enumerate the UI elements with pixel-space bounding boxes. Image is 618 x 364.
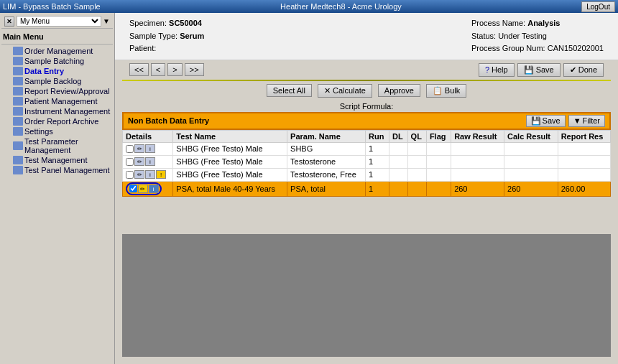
- save-top-button[interactable]: 💾 Save: [517, 63, 561, 77]
- process-group-line: Process Group Num: CAN150202001: [471, 42, 604, 55]
- col-header-param--name: Param. Name: [287, 130, 366, 142]
- nav-first-button[interactable]: <<: [129, 63, 149, 76]
- title-bar: LIM - Bypass Batch Sample Heather Medtec…: [0, 0, 618, 13]
- calcResult-cell: [504, 142, 558, 155]
- sample-type-line: Sample Type: Serum: [129, 30, 204, 43]
- table-filter-icon: ▼: [573, 116, 581, 125]
- sidebar-item-data-entry[interactable]: Data Entry: [1, 66, 113, 76]
- help-button[interactable]: ? Help: [479, 63, 515, 77]
- nav-prev-button[interactable]: <: [151, 63, 165, 76]
- dl-cell: [389, 155, 407, 168]
- detail-icons: ✏ i: [126, 144, 170, 153]
- calcResult-cell: [504, 155, 558, 168]
- dl-cell: [389, 168, 407, 181]
- sidebar-expand-icon[interactable]: ▼: [103, 17, 110, 25]
- table-save-button[interactable]: 💾 Save: [526, 115, 566, 127]
- rawResult-cell: [451, 155, 504, 168]
- done-button[interactable]: ✔ Done: [563, 63, 604, 77]
- dl-cell: [389, 181, 407, 196]
- test-name-cell: SHBG (Free Testo) Male: [173, 168, 287, 181]
- done-icon: ✔: [570, 65, 576, 75]
- rawResult-cell: [451, 142, 504, 155]
- param-name-cell: Testosterone, Free: [287, 168, 366, 181]
- flag-cell: [426, 155, 451, 168]
- detail-icon-info[interactable]: i: [145, 170, 155, 179]
- table-row: ✏ i PSA, total Male 40-49 YearsPSA, tota…: [123, 181, 611, 196]
- sidebar-item-test-parameter-mgmt[interactable]: Test Parameter Management: [1, 136, 113, 155]
- save-icon: 💾: [524, 65, 534, 75]
- detail-icon-flag[interactable]: !: [156, 170, 166, 179]
- patient-line: Patient:: [129, 42, 204, 55]
- status-value: Under Testing: [498, 32, 547, 40]
- run-cell: 1: [366, 155, 389, 168]
- detail-icon-edit[interactable]: ✏: [138, 185, 148, 193]
- sidebar-item-report-review[interactable]: Report Review/Approval: [1, 86, 113, 96]
- top-action-buttons: ? Help 💾 Save ✔ Done: [479, 63, 604, 77]
- nav-icon: [13, 47, 23, 55]
- nav-icon: [13, 156, 23, 164]
- detail-icon-edit[interactable]: ✏: [134, 144, 144, 153]
- ql-cell: [407, 168, 426, 181]
- process-group-label: Process Group Num:: [471, 44, 545, 52]
- nav-icon: [13, 97, 23, 106]
- spec-right: Process Name: Analysis Status: Under Tes…: [471, 17, 604, 55]
- calcResult-cell: [504, 168, 558, 181]
- detail-icon-info[interactable]: i: [145, 157, 155, 166]
- sidebar-item-test-panel-management[interactable]: Test Panel Management: [1, 165, 113, 175]
- table-row: ✏ i ! SHBG (Free Testo) MaleTestosterone…: [123, 168, 611, 181]
- approve-button[interactable]: Approve: [378, 84, 420, 97]
- row-checkbox[interactable]: [126, 171, 134, 179]
- col-header-report-res: Report Res: [558, 130, 610, 142]
- sidebar-item-settings[interactable]: Settings: [1, 126, 113, 136]
- reportResult-cell: [558, 142, 610, 155]
- status-line: Status: Under Testing: [471, 30, 604, 43]
- detail-icon-edit[interactable]: ✏: [134, 157, 144, 166]
- sidebar-menu-header: ✕ My Menu ▼: [1, 14, 113, 29]
- nav-last-button[interactable]: >>: [185, 63, 204, 76]
- sample-type-value: Serum: [180, 32, 204, 40]
- action-buttons-row: Select All ✕ Calculate Approve 📋 Bulk: [115, 81, 618, 101]
- sidebar-item-order-management[interactable]: Order Management: [1, 46, 113, 56]
- flag-cell: [426, 168, 451, 181]
- run-cell: 1: [366, 142, 389, 155]
- my-menu-select[interactable]: My Menu: [17, 16, 101, 27]
- detail-icons: ✏ i !: [126, 170, 170, 179]
- gray-area: [122, 234, 611, 357]
- table-filter-button[interactable]: ▼ Filter: [568, 115, 605, 127]
- table-header-row: DetailsTest NameParam. NameRunDLQLFlagRa…: [123, 130, 611, 142]
- nav-next-button[interactable]: >: [167, 63, 182, 76]
- title-left: LIM - Bypass Batch Sample: [3, 2, 101, 11]
- logout-button[interactable]: LogOut: [581, 1, 615, 12]
- row-checkbox[interactable]: [126, 158, 134, 166]
- data-table: DetailsTest NameParam. NameRunDLQLFlagRa…: [122, 130, 611, 197]
- sidebar-item-sample-batching[interactable]: Sample Batching: [1, 56, 113, 66]
- sidebar-item-instrument-management[interactable]: Instrument Management: [1, 106, 113, 116]
- col-header-calc-result: Calc Result: [504, 130, 558, 142]
- row-checkbox[interactable]: [126, 145, 134, 153]
- patient-label: Patient:: [129, 44, 156, 52]
- col-header-test-name: Test Name: [173, 130, 287, 142]
- detail-icon-info[interactable]: i: [149, 185, 159, 193]
- sidebar-item-sample-backlog[interactable]: Sample Backlog: [1, 76, 113, 86]
- process-name-value: Analysis: [527, 19, 560, 27]
- sidebar-close-button[interactable]: ✕: [4, 17, 14, 27]
- sidebar-item-patient-management[interactable]: Patient Management: [1, 96, 113, 106]
- specimen-bar: Specimen: SC50004 Sample Type: Serum Pat…: [115, 13, 618, 60]
- content-area: Specimen: SC50004 Sample Type: Serum Pat…: [115, 13, 618, 364]
- col-header-raw-result: Raw Result: [451, 130, 504, 142]
- row-checkbox[interactable]: [129, 185, 137, 192]
- detail-icon-info[interactable]: i: [145, 144, 155, 153]
- spec-left: Specimen: SC50004 Sample Type: Serum Pat…: [129, 17, 204, 55]
- sample-type-label: Sample Type:: [129, 32, 177, 40]
- detail-icon-edit[interactable]: ✏: [134, 170, 144, 179]
- details-cell: ✏ i !: [123, 168, 173, 181]
- reportResult-cell: 260.00: [558, 181, 610, 196]
- bulk-button[interactable]: 📋 Bulk: [426, 84, 466, 98]
- sidebar-item-order-report-archive[interactable]: Order Report Archive: [1, 116, 113, 126]
- calcResult-cell: 260: [504, 181, 558, 196]
- select-all-button[interactable]: Select All: [267, 84, 312, 97]
- script-formula-label: Script Formula:: [340, 102, 394, 111]
- sidebar-item-test-management[interactable]: Test Management: [1, 155, 113, 165]
- calculate-button[interactable]: ✕ Calculate: [318, 84, 372, 98]
- rawResult-cell: [451, 168, 504, 181]
